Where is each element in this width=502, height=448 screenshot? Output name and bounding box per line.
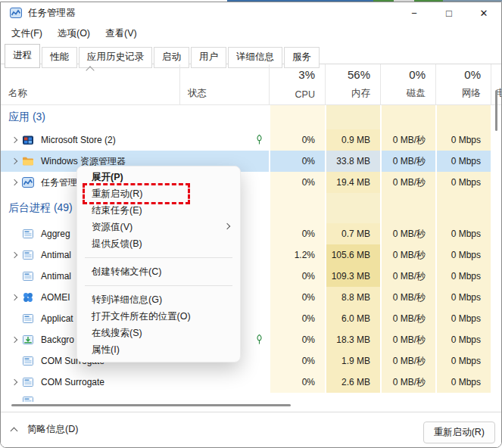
context-menu-item[interactable]: 转到详细信息(G): [77, 291, 240, 308]
name-cell: Microsoft Store (2): [1, 129, 179, 151]
net-cell: [435, 193, 491, 223]
expand-chevron[interactable]: [7, 338, 22, 342]
expand-chevron[interactable]: [7, 380, 22, 384]
net-cell: 0 Mbps: [435, 329, 491, 350]
process-name: AOMEI: [41, 292, 70, 303]
mem-cell: 109.3 MB: [325, 266, 380, 287]
horizontal-scrollbar-thumb[interactable]: [11, 404, 291, 406]
table-header: 名称 状态 3%CPU 56%内存 0%磁盘 0%网络 电: [1, 64, 501, 105]
maximize-button[interactable]: □: [432, 2, 466, 23]
column-header-memory[interactable]: 56%内存: [325, 64, 380, 104]
process-name: Aggreg: [41, 229, 70, 239]
header-percent-cpu: 3%: [298, 68, 315, 81]
fewer-details-toggle[interactable]: 简略信息(D): [11, 423, 78, 436]
mem-cell: 18.3 MB: [325, 329, 380, 350]
context-menu-item[interactable]: 重新启动(R): [77, 185, 240, 202]
disk-cell: 0 MB/秒: [380, 308, 435, 329]
column-label-name: 名称: [8, 87, 27, 100]
red-dashed-highlight: [83, 183, 190, 204]
disk-cell: 0 MB/秒: [380, 172, 435, 193]
folder-icon: [22, 155, 34, 167]
expand-chevron[interactable]: [7, 180, 22, 185]
context-menu-item[interactable]: 结束任务(E): [77, 202, 240, 219]
net-cell: 0 Mbps: [435, 287, 491, 308]
column-header-name[interactable]: 名称: [1, 64, 179, 104]
power-cell: [491, 308, 502, 329]
table-row[interactable]: Microsoft Store (2)0%0.9 MB0 MB/秒0 Mbps: [1, 129, 502, 151]
aomei-icon: [22, 291, 34, 303]
table-row[interactable]: COM Surrogate0%2.6 MB0 MB/秒0 Mbps: [1, 372, 502, 393]
context-menu-item[interactable]: 提供反馈(B): [77, 235, 240, 252]
generic-app-icon: [22, 313, 34, 325]
task-manager-window: 任务管理器 −□✕ 文件(F)选项(O)查看(V) 进程性能应用历史记录启动用户…: [0, 2, 502, 448]
chevron-right-icon: [11, 252, 17, 258]
tab-进程[interactable]: 进程: [5, 44, 40, 68]
column-label-disk: 磁盘: [407, 87, 426, 100]
menubar-item[interactable]: 选项(O): [50, 24, 98, 43]
minimize-button[interactable]: −: [397, 2, 432, 23]
disk-cell: [380, 193, 435, 223]
table-row[interactable]: Windows 资源管理器0%33.8 MB0 MB/秒0 Mbps: [1, 151, 502, 172]
process-name: Applicat: [41, 313, 73, 324]
fewer-details-label: 简略信息(D): [27, 423, 78, 436]
context-menu-item[interactable]: 在线搜索(S): [77, 325, 240, 341]
cpu-cell: 0%: [269, 151, 325, 172]
generic-app-icon: [22, 395, 34, 402]
power-cell: [491, 244, 502, 266]
expand-chevron[interactable]: [7, 159, 22, 163]
net-cell: 0 Mbps: [435, 350, 491, 372]
chevron-right-icon: [11, 379, 17, 385]
column-label-cpu: CPU: [295, 89, 315, 100]
menu-bar: 文件(F)选项(O)查看(V): [1, 23, 501, 43]
net-cell: 0 Mbps: [435, 244, 491, 266]
disk-cell: 0 MB/秒: [380, 266, 435, 287]
background-task-icon: [22, 334, 34, 346]
vertical-scrollbar-thumb[interactable]: [495, 90, 497, 131]
mem-cell: 105.6 MB: [325, 244, 380, 266]
expand-chevron[interactable]: [7, 295, 22, 300]
net-cell: 0 Mbps: [435, 308, 491, 329]
net-cell: 0 Mbps: [435, 172, 491, 193]
mem-cell: 6.0 MB: [325, 308, 380, 329]
mem-cell: 1.9 MB: [325, 350, 380, 372]
restart-button[interactable]: 重新启动(R): [423, 422, 495, 443]
table-row: [1, 393, 502, 402]
chevron-right-icon: [11, 179, 17, 185]
generic-app-icon: [22, 270, 34, 282]
power-cell: [491, 193, 502, 223]
status-cell: [179, 372, 269, 393]
menu-separator: [85, 285, 232, 286]
mem-cell: 19.4 MB: [325, 172, 380, 193]
power-cell: [491, 172, 502, 193]
menubar-item[interactable]: 文件(F): [4, 24, 50, 43]
name-cell: COM Surrogate: [1, 372, 179, 393]
process-name: Backgro: [41, 334, 74, 345]
power-cell: [491, 129, 502, 151]
process-name: COM Surrogate: [41, 377, 104, 387]
menubar-item[interactable]: 查看(V): [98, 24, 145, 43]
status-cell: [179, 105, 269, 129]
column-header-status[interactable]: 状态: [179, 64, 269, 104]
column-header-disk[interactable]: 0%磁盘: [380, 64, 435, 104]
context-menu: 展开(P)重新启动(R)结束任务(E)资源值(V)提供反馈(B)创建转储文件(C…: [76, 166, 241, 362]
group-header-row[interactable]: 应用 (3): [1, 105, 502, 129]
disk-cell: 0 MB/秒: [380, 372, 435, 393]
disk-cell: 0 MB/秒: [380, 329, 435, 350]
context-menu-item[interactable]: 资源值(V): [77, 219, 240, 235]
context-menu-item[interactable]: 打开文件所在的位置(O): [77, 308, 240, 325]
context-menu-item[interactable]: 属性(I): [77, 341, 240, 358]
window-controls: −□✕: [397, 2, 501, 23]
expand-chevron[interactable]: [7, 253, 22, 257]
cpu-cell: [269, 105, 325, 129]
close-button[interactable]: ✕: [466, 2, 501, 23]
column-header-cpu[interactable]: 3%CPU: [269, 64, 325, 104]
expand-chevron[interactable]: [7, 138, 22, 142]
group-header-label: 后台进程 (49): [7, 201, 73, 215]
header-percent-net: 0%: [464, 68, 481, 81]
chevron-right-icon: [11, 337, 17, 343]
context-menu-item[interactable]: 创建转储文件(C): [77, 263, 240, 280]
title-bar[interactable]: 任务管理器 −□✕: [1, 2, 501, 23]
window-title: 任务管理器: [28, 7, 76, 20]
context-menu-item[interactable]: 展开(P): [77, 169, 240, 185]
column-header-network[interactable]: 0%网络: [435, 64, 491, 104]
